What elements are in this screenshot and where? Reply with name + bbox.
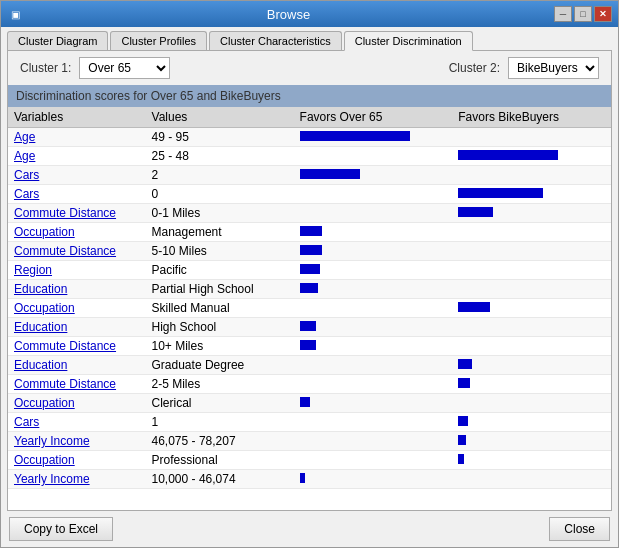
cell-value: High School <box>146 318 294 337</box>
cell-over65-bar <box>294 204 453 223</box>
bar-over65 <box>300 340 316 350</box>
variable-link[interactable]: Commute Distance <box>14 206 116 220</box>
cell-over65-bar <box>294 261 453 280</box>
copy-to-excel-button[interactable]: Copy to Excel <box>9 517 113 541</box>
variable-link[interactable]: Yearly Income <box>14 472 90 486</box>
bar-bike <box>458 302 490 312</box>
cell-bike-bar <box>452 356 611 375</box>
cell-variable: Occupation <box>8 223 146 242</box>
variable-link[interactable]: Cars <box>14 168 39 182</box>
cell-bike-bar <box>452 318 611 337</box>
window-title: Browse <box>23 7 554 22</box>
tab-cluster-characteristics[interactable]: Cluster Characteristics <box>209 31 342 50</box>
variable-link[interactable]: Education <box>14 358 67 372</box>
cell-variable: Education <box>8 356 146 375</box>
cell-value: 0-1 Miles <box>146 204 294 223</box>
variable-link[interactable]: Commute Distance <box>14 339 116 353</box>
cell-over65-bar <box>294 318 453 337</box>
variable-link[interactable]: Education <box>14 320 67 334</box>
bar-over65 <box>300 397 310 407</box>
cell-bike-bar <box>452 166 611 185</box>
cell-variable: Cars <box>8 413 146 432</box>
discrimination-header: Discrimination scores for Over 65 and Bi… <box>8 85 611 107</box>
col-header-over65: Favors Over 65 <box>294 107 453 128</box>
cell-bike-bar <box>452 470 611 489</box>
cell-variable: Age <box>8 128 146 147</box>
cell-over65-bar <box>294 166 453 185</box>
title-bar: ▣ Browse ─ □ ✕ <box>1 1 618 27</box>
cell-over65-bar <box>294 128 453 147</box>
tab-cluster-profiles[interactable]: Cluster Profiles <box>110 31 207 50</box>
col-header-values: Values <box>146 107 294 128</box>
table-row: Age49 - 95 <box>8 128 611 147</box>
table-wrapper[interactable]: Variables Values Favors Over 65 Favors B… <box>8 107 611 510</box>
bar-bike <box>458 150 558 160</box>
cell-value: Pacific <box>146 261 294 280</box>
minimize-button[interactable]: ─ <box>554 6 572 22</box>
variable-link[interactable]: Occupation <box>14 453 75 467</box>
cell-over65-bar <box>294 280 453 299</box>
bar-over65 <box>300 226 322 236</box>
cell-value: 25 - 48 <box>146 147 294 166</box>
bar-over65 <box>300 169 360 179</box>
table-row: Commute Distance2-5 Miles <box>8 375 611 394</box>
variable-link[interactable]: Occupation <box>14 225 75 239</box>
bar-over65 <box>300 283 318 293</box>
variable-link[interactable]: Education <box>14 282 67 296</box>
table-row: Commute Distance5-10 Miles <box>8 242 611 261</box>
variable-link[interactable]: Cars <box>14 415 39 429</box>
cell-bike-bar <box>452 413 611 432</box>
table-row: OccupationSkilled Manual <box>8 299 611 318</box>
variable-link[interactable]: Region <box>14 263 52 277</box>
table-row: EducationPartial High School <box>8 280 611 299</box>
cell-variable: Occupation <box>8 451 146 470</box>
cluster2-label: Cluster 2: <box>449 61 500 75</box>
cell-bike-bar <box>452 299 611 318</box>
maximize-button[interactable]: □ <box>574 6 592 22</box>
variable-link[interactable]: Yearly Income <box>14 434 90 448</box>
variable-link[interactable]: Age <box>14 130 35 144</box>
cell-bike-bar <box>452 375 611 394</box>
cell-variable: Occupation <box>8 394 146 413</box>
bar-over65 <box>300 321 316 331</box>
cell-bike-bar <box>452 223 611 242</box>
cell-value: 5-10 Miles <box>146 242 294 261</box>
cell-variable: Commute Distance <box>8 375 146 394</box>
cell-over65-bar <box>294 432 453 451</box>
bar-over65 <box>300 264 320 274</box>
cell-over65-bar <box>294 451 453 470</box>
cell-value: Professional <box>146 451 294 470</box>
variable-link[interactable]: Occupation <box>14 396 75 410</box>
table-row: OccupationManagement <box>8 223 611 242</box>
variable-link[interactable]: Age <box>14 149 35 163</box>
cell-value: Skilled Manual <box>146 299 294 318</box>
variable-link[interactable]: Occupation <box>14 301 75 315</box>
cell-bike-bar <box>452 337 611 356</box>
table-row: OccupationProfessional <box>8 451 611 470</box>
cluster1-label: Cluster 1: <box>20 61 71 75</box>
bar-bike <box>458 454 464 464</box>
variable-link[interactable]: Cars <box>14 187 39 201</box>
close-button[interactable]: ✕ <box>594 6 612 22</box>
bar-bike <box>458 416 468 426</box>
tab-cluster-discrimination[interactable]: Cluster Discrimination <box>344 31 473 51</box>
bar-over65 <box>300 245 322 255</box>
cell-bike-bar <box>452 394 611 413</box>
tab-cluster-diagram[interactable]: Cluster Diagram <box>7 31 108 50</box>
cell-over65-bar <box>294 394 453 413</box>
cluster1-select[interactable]: Over 65 BikeBuyers <box>79 57 170 79</box>
cell-over65-bar <box>294 413 453 432</box>
cluster2-select[interactable]: BikeBuyers Over 65 <box>508 57 599 79</box>
close-bottom-button[interactable]: Close <box>549 517 610 541</box>
cell-variable: Education <box>8 280 146 299</box>
variable-link[interactable]: Commute Distance <box>14 377 116 391</box>
cell-value: 0 <box>146 185 294 204</box>
variable-link[interactable]: Commute Distance <box>14 244 116 258</box>
cell-over65-bar <box>294 337 453 356</box>
cell-value: 10+ Miles <box>146 337 294 356</box>
cell-variable: Education <box>8 318 146 337</box>
cell-variable: Cars <box>8 185 146 204</box>
bar-bike <box>458 207 493 217</box>
cell-bike-bar <box>452 147 611 166</box>
table-row: Yearly Income46,075 - 78,207 <box>8 432 611 451</box>
